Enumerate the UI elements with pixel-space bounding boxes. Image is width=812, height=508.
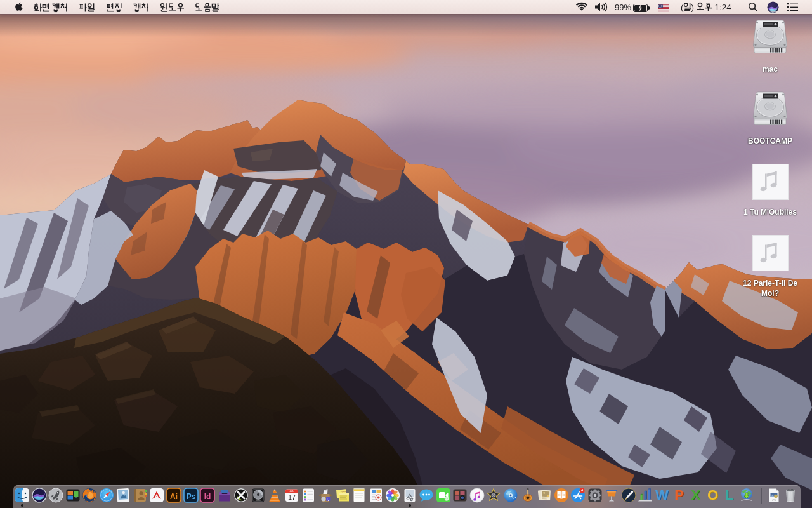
svg-text:JPG: JPG	[772, 499, 776, 502]
svg-text:JUL: JUL	[289, 490, 294, 493]
svg-text:Q: Q	[327, 497, 330, 501]
svg-text:L: L	[725, 488, 733, 503]
svg-text:17: 17	[288, 493, 296, 501]
svg-text:Plans: Plans	[340, 490, 346, 493]
svg-text:Ps: Ps	[186, 492, 195, 501]
svg-text:W: W	[655, 488, 669, 503]
svg-text:Ai: Ai	[170, 492, 178, 501]
svg-text:X: X	[691, 488, 700, 503]
svg-text:O: O	[707, 488, 717, 503]
svg-text:P: P	[674, 488, 684, 503]
svg-text:Id: Id	[204, 492, 211, 501]
